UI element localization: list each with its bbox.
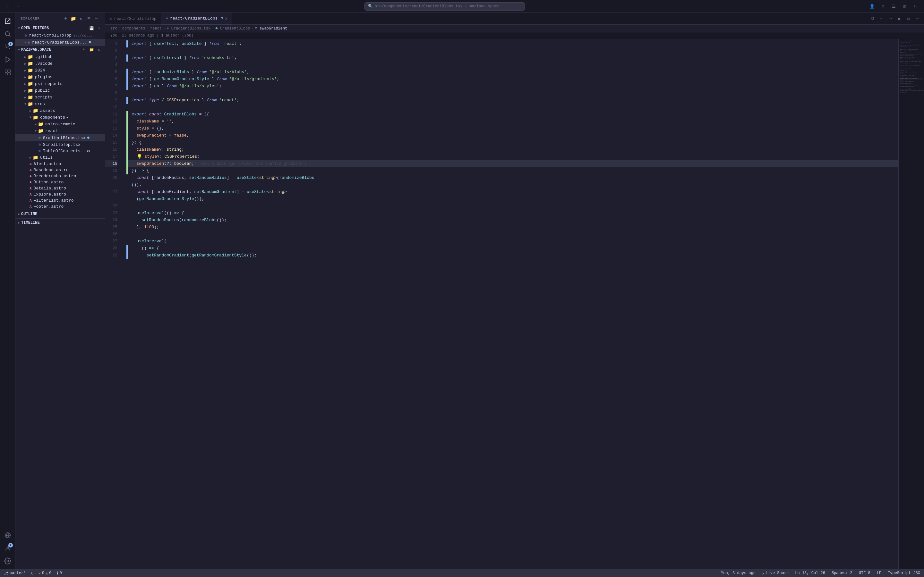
more-actions-button[interactable]: ⋯ xyxy=(914,15,921,23)
sidebar-toggle-button[interactable]: ☰ xyxy=(889,2,898,11)
status-position-item[interactable]: Ln 18, Col 26 xyxy=(794,571,827,575)
file-tableofcontents[interactable]: ⚛ TableOfContents.tsx xyxy=(15,148,105,154)
go-back-editor-button[interactable]: ← xyxy=(878,15,885,23)
split-editor-button[interactable]: ⧉ xyxy=(869,15,877,23)
collapse-button[interactable]: ≡ xyxy=(86,15,92,22)
svg-line-6 xyxy=(6,45,9,48)
breadcrumb-sep-1: › xyxy=(119,26,121,31)
svg-rect-9 xyxy=(8,70,10,72)
more-button[interactable]: ⋯ xyxy=(94,15,100,22)
file-basehead-astro[interactable]: A BaseHead.astro xyxy=(15,167,105,173)
timeline-section: ▶ TIMELINE xyxy=(15,218,105,227)
activity-source-control[interactable]: 1 xyxy=(2,41,13,53)
timeline-section-header[interactable]: ▶ TIMELINE xyxy=(15,220,105,226)
breadcrumb: src › components › react › ⚛ GradientBlo… xyxy=(105,25,924,32)
activity-run[interactable] xyxy=(2,54,13,65)
activity-search[interactable] xyxy=(2,28,13,40)
status-spaces-label: Spaces: 2 xyxy=(832,571,853,575)
go-forward-editor-button[interactable]: → xyxy=(887,15,895,23)
close-icon[interactable]: ✕ xyxy=(24,40,27,45)
folder-astro-remote[interactable]: ▶ 📁 astro-remote xyxy=(15,121,105,127)
workspace-refresh[interactable]: ↻ xyxy=(96,47,102,53)
breadcrumb-src[interactable]: src xyxy=(110,26,118,31)
folder-vscode[interactable]: ▶ 📁 .vscode xyxy=(15,60,105,67)
folder-assets[interactable]: ▶ 📁 assets xyxy=(15,107,105,114)
open-editor-gradientblobs[interactable]: ✕ ⚛ react/GradientBlobs... ● xyxy=(15,39,105,46)
tab-gradientblobs[interactable]: ⚛ react/GradientBlobs M ✕ xyxy=(162,13,233,24)
close-all-button[interactable]: ✕ xyxy=(96,25,102,31)
tab-gradientblobs-close[interactable]: ✕ xyxy=(225,16,228,21)
code-line-7: import { cn } from '@/utils/styles'; xyxy=(126,83,898,90)
status-sync-item[interactable]: ↻ xyxy=(29,571,34,576)
accounts-button[interactable]: 👤 xyxy=(867,2,877,11)
status-lineending-item[interactable]: LF xyxy=(876,571,883,575)
layout-button[interactable]: ◫ xyxy=(879,2,887,11)
activity-account[interactable]: 1 xyxy=(2,542,13,554)
file-button-astro[interactable]: A Button.astro xyxy=(15,179,105,185)
workspace-section[interactable]: ▼ MAZIPAN.SPACE + 📁 ↻ xyxy=(15,46,105,53)
status-user-item[interactable]: You, 3 days ago xyxy=(720,571,757,575)
file-footer-astro-label: Footer.astro xyxy=(34,204,64,209)
file-gradientblobs[interactable]: ⚛ GradientBlobs.tsx ● xyxy=(15,134,105,141)
folder-psi-reports[interactable]: ▶ 📁 psi-reports xyxy=(15,81,105,87)
file-explore-astro[interactable]: A Explore.astro xyxy=(15,191,105,197)
search-bar[interactable]: 🔍 src/components/react/GradientBlobs.tsx… xyxy=(365,2,525,11)
folder-scripts[interactable]: ▶ 📁 scripts xyxy=(15,94,105,101)
status-errors-item[interactable]: ✕ 0 ⚠ 0 xyxy=(37,571,53,576)
status-encoding-label: UTF-8 xyxy=(859,571,871,575)
toggle-panel-button[interactable]: ⊟ xyxy=(905,15,913,23)
svg-point-14 xyxy=(7,546,9,548)
maximize-button[interactable]: □ xyxy=(911,2,920,11)
folder-2024[interactable]: ▶ 📁 2024 xyxy=(15,67,105,74)
folder-plugins[interactable]: ▶ 📁 plugins xyxy=(15,74,105,81)
status-encoding-item[interactable]: UTF-8 xyxy=(858,571,872,575)
status-branch-item[interactable]: ⎇ master* xyxy=(3,571,27,576)
run-button[interactable]: ▶ xyxy=(896,15,903,23)
code-content[interactable]: import { useEffect, useState } from 'rea… xyxy=(121,39,898,569)
file-scrolltotop[interactable]: ⚛ ScrollToTop.tsx xyxy=(15,141,105,148)
activity-explorer[interactable] xyxy=(2,15,13,27)
folder-utils[interactable]: ▶ 📁 utils xyxy=(15,154,105,161)
nav-back-button[interactable]: ← xyxy=(4,3,11,10)
nav-forward-button[interactable]: → xyxy=(14,3,22,10)
status-spaces-item[interactable]: Spaces: 2 xyxy=(830,571,854,575)
tab-scrolltotop[interactable]: ⚛ react/ScrollToTop xyxy=(105,13,162,24)
breadcrumb-react[interactable]: react xyxy=(150,26,162,31)
folder-src[interactable]: ▼ 📁 src ● xyxy=(15,101,105,107)
search-text: src/components/react/GradientBlobs.tsx —… xyxy=(375,4,499,9)
folder-components[interactable]: ▼ 📁 components ● xyxy=(15,114,105,121)
status-liveshare-item[interactable]: ↗ Live Share xyxy=(761,571,790,576)
workspace-new-file[interactable]: + xyxy=(81,47,87,53)
svg-rect-8 xyxy=(5,70,7,72)
save-all-button[interactable]: 💾 xyxy=(88,25,95,31)
new-file-button[interactable]: + xyxy=(63,15,69,22)
file-alert-astro[interactable]: A Alert.astro xyxy=(15,161,105,167)
status-info-item[interactable]: ℹ 0 xyxy=(55,571,63,576)
code-line-15: }: { xyxy=(126,139,898,146)
title-bar: ← → 🔍 src/components/react/GradientBlobs… xyxy=(0,0,924,13)
file-filterlist-astro[interactable]: A FilterList.astro xyxy=(15,197,105,203)
status-warnings-count: 0 xyxy=(49,571,51,575)
file-footer-astro[interactable]: A Footer.astro xyxy=(15,203,105,210)
file-breadcrumbs-astro[interactable]: A Breadcrumbs.astro xyxy=(15,173,105,179)
breadcrumb-file[interactable]: ⚛ GradientBlobs.tsx xyxy=(166,26,210,31)
activity-settings[interactable] xyxy=(2,555,13,567)
code-line-23: useInterval(() => { xyxy=(126,210,898,217)
open-editor-scrolltotop[interactable]: ⚛ react/ScrollToTop src/co... xyxy=(15,32,105,39)
panel-toggle-button[interactable]: ◫ xyxy=(900,2,909,11)
file-details-astro[interactable]: A Details.astro xyxy=(15,185,105,191)
breadcrumb-component[interactable]: ⊕ GradientBlobs xyxy=(215,26,250,31)
activity-remote[interactable] xyxy=(2,530,13,541)
activity-extensions[interactable] xyxy=(2,67,13,78)
new-folder-button[interactable]: 📁 xyxy=(70,15,77,22)
refresh-button[interactable]: ↻ xyxy=(78,15,84,22)
folder-github[interactable]: ▶ 📁 .github xyxy=(15,53,105,60)
folder-public[interactable]: ▶ 📁 public xyxy=(15,87,105,94)
breadcrumb-components[interactable]: components xyxy=(122,26,145,31)
workspace-new-folder[interactable]: 📁 xyxy=(88,47,95,53)
outline-section-header[interactable]: ▶ OUTLINE xyxy=(15,211,105,217)
status-language-item[interactable]: TypeScript JSX xyxy=(887,571,921,575)
folder-astro-remote-label: astro-remote xyxy=(45,122,75,127)
open-editors-section[interactable]: ▼ OPEN EDITORS 💾 ✕ xyxy=(15,24,105,32)
folder-react[interactable]: ▼ 📁 react xyxy=(15,127,105,134)
